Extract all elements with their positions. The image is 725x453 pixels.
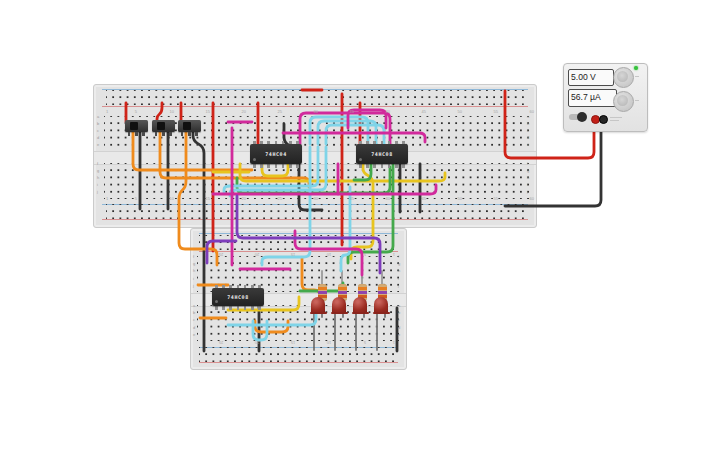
power-toggle[interactable] <box>569 114 586 120</box>
column-number: 10 <box>327 340 331 344</box>
row-letter: b <box>97 122 99 126</box>
row-letter: e <box>527 143 529 147</box>
row-letter: j <box>97 190 98 194</box>
knob-tick <box>635 76 639 77</box>
voltage-display: 5.00 V <box>568 69 614 86</box>
column-number: 10 <box>170 197 174 201</box>
column-number: 15 <box>291 340 295 344</box>
top-rail-positive-line <box>102 106 528 107</box>
column-number: 15 <box>206 197 210 201</box>
column-number: 20 <box>255 252 259 256</box>
led-1[interactable] <box>311 297 325 314</box>
row-letter: d <box>193 326 195 330</box>
resistor-band <box>378 291 387 294</box>
top-rail-negative-line <box>199 233 398 234</box>
led-3[interactable] <box>353 297 367 314</box>
column-number: 60 <box>530 197 534 201</box>
row-letter: a <box>97 115 99 119</box>
row-letter: c <box>527 129 529 133</box>
column-number: 30 <box>314 110 318 114</box>
row-letter: f <box>398 255 399 259</box>
ic-notch <box>215 300 218 303</box>
column-number: 5 <box>135 110 137 114</box>
column-number: 5 <box>364 340 366 344</box>
row-letter: d <box>398 326 400 330</box>
column-number: 60 <box>530 110 534 114</box>
ic-chip-74hc08-1[interactable]: 74HC08 <box>356 144 408 164</box>
row-letter: h <box>527 176 529 180</box>
column-number: 50 <box>458 197 462 201</box>
row-letter: d <box>527 136 529 140</box>
circuit-canvas[interactable]: 74HC0474HC0874HC08aabbccddeeffgghhiijjff… <box>0 0 725 453</box>
column-number: 5 <box>135 197 137 201</box>
top-rail-holes <box>106 90 524 104</box>
fine-print <box>610 120 619 121</box>
led-2[interactable] <box>332 297 346 314</box>
column-number: 55 <box>494 197 498 201</box>
toggle-knob[interactable] <box>577 112 587 122</box>
switch-pins <box>155 132 172 136</box>
led-4[interactable] <box>374 297 388 314</box>
row-letter: c <box>97 129 99 133</box>
switch-knob[interactable] <box>130 122 138 130</box>
bottom-rail-positive-line <box>102 219 528 220</box>
resistor-band <box>338 291 347 294</box>
slide-switch-1[interactable] <box>125 120 148 132</box>
column-number: 50 <box>458 110 462 114</box>
power-supply[interactable]: 5.00 V 56.7 µA <box>563 63 648 132</box>
column-number: 20 <box>242 110 246 114</box>
row-letter: g <box>398 262 400 266</box>
ic-label: 74HC08 <box>371 152 393 157</box>
resistor-band <box>378 287 387 290</box>
resistor-band <box>318 287 327 290</box>
column-number: 55 <box>494 110 498 114</box>
current-knob[interactable] <box>613 91 634 112</box>
row-letter: a <box>527 115 529 119</box>
switch-pins <box>181 132 198 136</box>
ic-notch <box>359 158 362 161</box>
voltage-knob[interactable] <box>613 67 634 88</box>
row-letter: e <box>398 333 400 337</box>
row-letter: b <box>193 311 195 315</box>
row-letter: j <box>193 284 194 288</box>
row-letter: h <box>193 269 195 273</box>
row-letter: f <box>527 162 528 166</box>
column-number: 35 <box>350 197 354 201</box>
knob-tick <box>635 100 639 101</box>
row-letter: c <box>398 318 400 322</box>
column-number: 1 <box>393 340 395 344</box>
ic-chip-74hc04-0[interactable]: 74HC04 <box>250 144 302 164</box>
column-number: 20 <box>255 340 259 344</box>
resistor-band <box>358 287 367 290</box>
column-number: 10 <box>327 252 331 256</box>
row-letter: g <box>527 169 529 173</box>
row-letter: g <box>97 169 99 173</box>
column-number: 15 <box>206 110 210 114</box>
column-number: 40 <box>386 110 390 114</box>
ic-label: 74HC08 <box>227 295 249 300</box>
column-number: 25 <box>219 340 223 344</box>
ic-chip-74hc08-2[interactable]: 74HC08 <box>212 288 264 306</box>
row-letter: f <box>193 255 194 259</box>
switch-knob[interactable] <box>157 122 165 130</box>
column-number: 45 <box>422 197 426 201</box>
column-number: 20 <box>242 197 246 201</box>
resistor-band <box>338 287 347 290</box>
column-number: 25 <box>278 197 282 201</box>
column-number: 35 <box>350 110 354 114</box>
row-letter: i <box>97 183 98 187</box>
row-letter: d <box>97 136 99 140</box>
row-letter: c <box>193 318 195 322</box>
column-number: 5 <box>364 252 366 256</box>
slide-switch-2[interactable] <box>152 120 175 132</box>
row-letter: a <box>398 304 400 308</box>
negative-terminal[interactable] <box>599 115 608 124</box>
row-letter: f <box>97 162 98 166</box>
row-letter: b <box>527 122 529 126</box>
power-indicator-led <box>634 66 638 70</box>
switch-knob[interactable] <box>183 122 191 130</box>
slide-switch-3[interactable] <box>178 120 201 132</box>
column-number: 25 <box>219 252 223 256</box>
column-number: 1 <box>106 197 108 201</box>
row-letter: i <box>527 183 528 187</box>
